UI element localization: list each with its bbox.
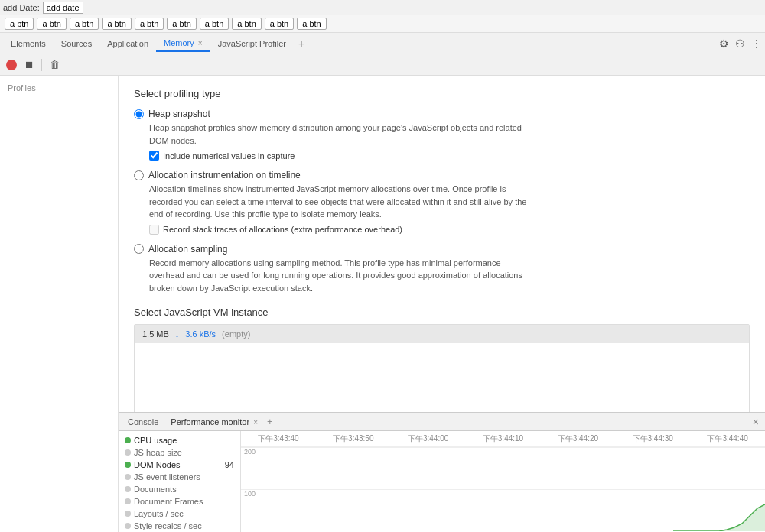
include-numerical-row: Include numerical values in capture: [149, 151, 750, 161]
devtools-window: Elements Sources Application Memory × Ja…: [0, 33, 765, 532]
allocation-sampling-label[interactable]: Allocation sampling: [134, 244, 750, 255]
perf-sidebar-item[interactable]: JS heap size: [119, 446, 240, 459]
perf-color-dot: [125, 449, 131, 456]
small-button[interactable]: a btn: [135, 18, 164, 30]
perf-item-left: CPU usage: [125, 436, 177, 445]
perf-item-label: DOM Nodes: [134, 460, 181, 469]
vm-empty-label: (empty): [222, 329, 250, 339]
tab-sources[interactable]: Sources: [54, 36, 99, 51]
perf-color-dot: [125, 511, 131, 517]
perf-sidebar-item[interactable]: Documents: [119, 483, 240, 495]
add-tab-icon[interactable]: +: [294, 37, 309, 50]
remote-icon[interactable]: ⚇: [735, 37, 745, 50]
small-button[interactable]: a btn: [102, 18, 131, 30]
devtools-settings-area: ⚙ ⚇ ⋮: [719, 37, 762, 50]
small-button[interactable]: a btn: [232, 18, 261, 30]
allocation-timeline-label[interactable]: Allocation instrumentation on timeline: [134, 170, 750, 180]
memory-toolbar: ⏹ 🗑: [0, 54, 765, 76]
chart-label-200: 200: [244, 448, 256, 456]
stop-button[interactable]: ⏹: [23, 59, 35, 71]
chart-header: 下午3:43:40下午3:43:50下午3:44:00下午3:44:10下午3:…: [241, 431, 765, 447]
perf-sidebar-item[interactable]: CPU usage: [119, 434, 240, 446]
allocation-timeline-desc: Allocation timelines show instrumented J…: [149, 183, 532, 221]
settings-icon[interactable]: ⚙: [719, 37, 729, 50]
vm-section: Select JavaScript VM instance 1.5 MB ↓ 3…: [134, 307, 750, 412]
tab-memory[interactable]: Memory ×: [156, 35, 210, 52]
top-bar: add Date: add date: [0, 0, 765, 15]
right-panel: Select profiling type Heap snapshot Heap…: [119, 76, 765, 532]
vm-table: 1.5 MB ↓ 3.6 kB/s (empty): [134, 324, 750, 412]
allocation-sampling-radio[interactable]: [134, 244, 144, 254]
profiling-section: Select profiling type Heap snapshot Heap…: [119, 76, 765, 412]
perf-sidebar-item[interactable]: Document Frames: [119, 495, 240, 508]
small-button[interactable]: a btn: [5, 18, 34, 30]
bottom-content: CPU usageJS heap sizeDOM Nodes94JS event…: [119, 431, 765, 532]
perf-item-left: Document Frames: [125, 497, 203, 506]
perf-item-left: Style recalcs / sec: [125, 521, 202, 530]
vm-body: [135, 343, 749, 412]
perf-item-label: Style recalcs / sec: [134, 521, 202, 530]
bottom-tab-bar: Console Performance monitor × + ×: [119, 413, 765, 431]
vm-instance-row[interactable]: 1.5 MB ↓ 3.6 kB/s (empty): [135, 325, 749, 343]
vm-speed: 3.6 kB/s: [185, 329, 216, 339]
heap-snapshot-radio[interactable]: [134, 109, 144, 119]
tab-application[interactable]: Application: [99, 36, 156, 51]
add-bottom-tab-icon[interactable]: +: [264, 416, 276, 427]
vm-speed-arrow: ↓: [175, 329, 180, 339]
perf-sidebar-item[interactable]: Layouts / sec: [119, 508, 240, 520]
record-button[interactable]: [6, 60, 17, 70]
perf-chart: 下午3:43:40下午3:43:50下午3:44:00下午3:44:10下午3:…: [241, 431, 765, 532]
clear-button[interactable]: 🗑: [48, 59, 60, 71]
chart-time-label: 下午3:44:40: [690, 433, 765, 445]
small-button[interactable]: a btn: [37, 18, 66, 30]
chart-time-label: 下午3:44:30: [615, 433, 690, 445]
tab-performance-monitor[interactable]: Performance monitor ×: [164, 415, 264, 429]
small-button[interactable]: a btn: [297, 18, 326, 30]
tab-perf-close[interactable]: ×: [253, 418, 258, 427]
perf-item-label: JS heap size: [134, 448, 182, 457]
perf-color-dot: [125, 523, 131, 529]
grid-line-top: 200: [241, 447, 765, 448]
tab-elements[interactable]: Elements: [3, 36, 54, 51]
tab-javascript-profiler[interactable]: JavaScript Profiler: [210, 36, 294, 51]
include-numerical-label: Include numerical values in capture: [163, 151, 295, 161]
button-row: a btna btna btna btna btna btna btna btn…: [0, 15, 765, 33]
small-button[interactable]: a btn: [70, 18, 99, 30]
add-date-button[interactable]: add date: [43, 2, 83, 14]
tab-memory-close[interactable]: ×: [198, 39, 203, 47]
perf-color-dot: [125, 462, 131, 468]
more-icon[interactable]: ⋮: [751, 37, 762, 50]
small-button[interactable]: a btn: [265, 18, 294, 30]
allocation-timeline-text: Allocation instrumentation on timeline: [148, 170, 301, 180]
chart-time-label: 下午3:43:40: [241, 433, 316, 445]
heap-snapshot-desc: Heap snapshot profiles show memory distr…: [149, 122, 532, 147]
include-numerical-checkbox[interactable]: [149, 151, 159, 161]
bottom-panel-close[interactable]: ×: [750, 416, 762, 428]
perf-item-label: Document Frames: [134, 497, 203, 506]
perf-color-dot: [125, 498, 131, 504]
record-stack-traces-row: Record stack traces of allocations (extr…: [149, 225, 750, 235]
allocation-timeline-radio[interactable]: [134, 170, 144, 180]
main-content: Profiles Select profiling type Heap snap…: [0, 76, 765, 532]
perf-sidebar-item[interactable]: DOM Nodes94: [119, 459, 240, 471]
perf-item-label: JS event listeners: [134, 472, 200, 482]
record-stack-traces-label: Record stack traces of allocations (extr…: [163, 225, 402, 234]
chart-time-label: 下午3:43:50: [316, 433, 391, 445]
vm-title: Select JavaScript VM instance: [134, 307, 750, 318]
chart-time-label: 下午3:44:00: [391, 433, 466, 445]
allocation-sampling-text: Allocation sampling: [148, 244, 227, 255]
perf-item-count: 94: [225, 460, 234, 469]
perf-sidebar-item[interactable]: Style recalcs / sec: [119, 520, 240, 532]
perf-sidebar-item[interactable]: JS event listeners: [119, 471, 240, 483]
record-stack-traces-checkbox[interactable]: [149, 225, 159, 235]
profiles-sidebar: Profiles: [0, 76, 119, 532]
tab-console[interactable]: Console: [122, 415, 164, 429]
perf-color-dot: [125, 486, 131, 492]
perf-item-left: Layouts / sec: [125, 509, 184, 518]
heap-snapshot-label[interactable]: Heap snapshot: [134, 109, 750, 119]
small-button[interactable]: a btn: [167, 18, 196, 30]
perf-item-label: CPU usage: [134, 436, 177, 445]
perf-item-left: DOM Nodes: [125, 460, 181, 469]
small-button[interactable]: a btn: [200, 18, 229, 30]
perf-item-label: Layouts / sec: [134, 509, 184, 518]
